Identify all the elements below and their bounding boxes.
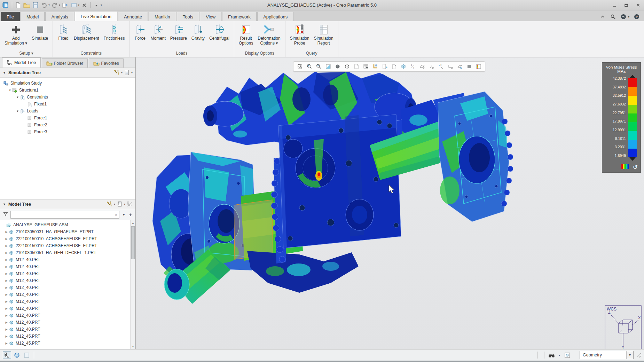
model-tree-item[interactable]: ▶M12_40.PRT [0, 312, 135, 319]
deformation-options-button[interactable]: DeformationOptions ▾ [256, 23, 282, 46]
panel-tab-folder-browser[interactable]: Folder Browser [42, 58, 88, 68]
expander-icon[interactable]: ▶ [4, 258, 9, 261]
panel-tab-model-tree[interactable]: Model Tree [2, 57, 41, 68]
undo-dropdown-icon[interactable]: ▾ [48, 3, 50, 7]
tab-live-simulation[interactable]: Live Simulation [75, 11, 117, 21]
community-icon[interactable] [620, 14, 627, 20]
model-tree-scrollbar[interactable]: ▲ ▼ [130, 220, 135, 349]
add-simulation-button[interactable]: AddSimulation ▾ [3, 23, 29, 46]
legend-min-arrow-icon[interactable] [629, 157, 636, 161]
tree-item-loads[interactable]: ▼Loads [0, 108, 135, 115]
tab-manikin[interactable]: Manikin [149, 12, 176, 21]
plane-display-icon[interactable] [418, 62, 426, 71]
binoculars-dropdown-icon[interactable]: ▾ [559, 354, 560, 357]
tree-settings-dropdown-icon[interactable]: ▾ [114, 203, 115, 206]
expander-icon[interactable]: ▶ [4, 328, 9, 331]
view-manager-icon[interactable] [361, 62, 370, 71]
model-tree-item[interactable]: ▶M12_40.PRT [0, 263, 135, 270]
model-tree-item[interactable]: ▶210103050051_HA_GEH_DECKEL_1.PRT [0, 249, 135, 256]
model-tree-item[interactable]: ▶M12_40.PRT [0, 319, 135, 326]
shade-box-icon[interactable] [465, 62, 473, 71]
model-tree-item[interactable]: ▶M12_40.PRT [0, 284, 135, 291]
model-tree-item[interactable]: ▶M12_40.PRT [0, 256, 135, 263]
group-label-setup[interactable]: Setup ▾ [0, 50, 53, 57]
zoom-in-icon[interactable] [305, 62, 314, 71]
legend-color-bar[interactable] [628, 78, 637, 157]
collapse-ribbon-icon[interactable] [599, 14, 606, 20]
maximize-icon[interactable] [620, 1, 632, 9]
tree-display-dropdown-icon[interactable]: ▾ [124, 203, 125, 206]
active-window-dropdown-icon[interactable]: ▾ [78, 3, 79, 7]
open-file-icon[interactable] [23, 1, 31, 9]
tab-file[interactable]: File [1, 12, 20, 21]
model-tree-item[interactable]: ▶M12_40.PRT [0, 305, 135, 312]
centrifugal-button[interactable]: Centrifugal [207, 23, 231, 41]
tree-toggle-icon[interactable] [3, 351, 11, 359]
tree-display-dropdown-icon[interactable]: ▾ [131, 71, 133, 74]
expander-icon[interactable]: ▶ [4, 237, 9, 241]
refit-icon[interactable] [296, 62, 304, 71]
simulate-button[interactable]: Simulate [30, 23, 50, 41]
force-button[interactable]: Force [132, 23, 148, 41]
model-tree-item[interactable]: ▶M12_40.PRT [0, 326, 135, 333]
minimize-icon[interactable] [608, 1, 620, 9]
close-window-icon[interactable] [80, 1, 88, 9]
tree-item-simulation-study[interactable]: Simulation Study [0, 80, 135, 87]
new-file-icon[interactable] [14, 1, 22, 9]
model-tree-item[interactable]: ▶210103050031_HA_GEHAEUSE_FT.PRT [0, 228, 135, 235]
web-icon[interactable] [13, 351, 21, 359]
annotations-icon[interactable] [380, 62, 389, 71]
axis-display-icon[interactable]: x/ [408, 62, 417, 71]
group-label-display-options[interactable]: Display Options [234, 50, 285, 57]
model-tree-item[interactable]: ▶M12_45.PRT [0, 333, 135, 340]
expander-icon[interactable]: ▶ [4, 307, 9, 310]
filter-funnel-icon[interactable] [3, 212, 9, 218]
blank-box-icon[interactable] [22, 351, 31, 359]
close-icon[interactable] [632, 1, 644, 9]
model-tree-item[interactable]: ANALYSE_GEHAEUSE.ASM [0, 221, 135, 228]
point-display-icon[interactable] [427, 62, 436, 71]
community-dropdown-icon[interactable]: ▾ [628, 15, 629, 18]
tree-item-constraints[interactable]: ▼Constraints [0, 94, 135, 101]
expander-icon[interactable]: ▶ [4, 321, 9, 324]
expander-icon[interactable]: ▶ [4, 300, 9, 303]
tree-item-force1[interactable]: Force1 [0, 115, 135, 121]
tab-tools[interactable]: Tools [177, 12, 199, 21]
simulation-probe-button[interactable]: SimulationProbe [288, 23, 311, 46]
model-tree-item[interactable]: ▶222100150010_ACHSGEHAEUSE_FT.PRT [0, 242, 135, 249]
tree-settings-dropdown-icon[interactable]: ▾ [121, 71, 123, 74]
display-style-icon[interactable] [343, 62, 351, 71]
model-tree-item[interactable]: ▶M12_40.PRT [0, 291, 135, 298]
tab-annotate[interactable]: Annotate [118, 12, 148, 21]
orientation-icon[interactable] [371, 62, 379, 71]
customize-icon[interactable] [93, 1, 100, 9]
tree-settings-icon[interactable] [107, 201, 112, 207]
tab-view[interactable]: View [200, 12, 221, 21]
fixed-button[interactable]: Fixed [56, 23, 71, 41]
save-icon[interactable] [32, 1, 39, 9]
model-tree-item[interactable]: ▶222100150010_ACHSGEHAEUSE_FT.PRT [0, 235, 135, 242]
group-label-constraints[interactable]: Constraints [53, 50, 129, 57]
sim-display-icon[interactable] [474, 62, 483, 71]
tab-analysis[interactable]: Analysis [45, 12, 74, 21]
simulation-report-button[interactable]: SimulationReport [312, 23, 335, 46]
expander-icon[interactable]: ▶ [4, 335, 9, 338]
collapse-model-tree-icon[interactable]: ▼ [3, 203, 6, 206]
expander-icon[interactable]: ▶ [4, 314, 9, 317]
stress-model-view[interactable] [136, 57, 644, 349]
legend-spectrum-icon[interactable] [621, 164, 629, 171]
tree-item-structure1[interactable]: ▼Structure1 [0, 87, 135, 94]
csys-display-icon[interactable]: xx [437, 62, 445, 71]
group-label-query[interactable]: Query [285, 50, 338, 57]
help-icon[interactable]: ? [634, 14, 640, 20]
regenerate-icon[interactable] [61, 1, 69, 9]
spin-center-icon[interactable] [455, 62, 464, 71]
redo-icon[interactable] [51, 1, 58, 9]
selection-region[interactable] [234, 200, 273, 259]
binoculars-icon[interactable] [548, 351, 556, 359]
add-filter-icon[interactable]: + [128, 212, 133, 218]
expander-icon[interactable]: ▶ [4, 342, 9, 345]
resize-grip[interactable] [636, 353, 641, 357]
model-tree-item[interactable]: ▶M12_40.PRT [0, 270, 135, 277]
expander-icon[interactable]: ▶ [4, 230, 9, 234]
